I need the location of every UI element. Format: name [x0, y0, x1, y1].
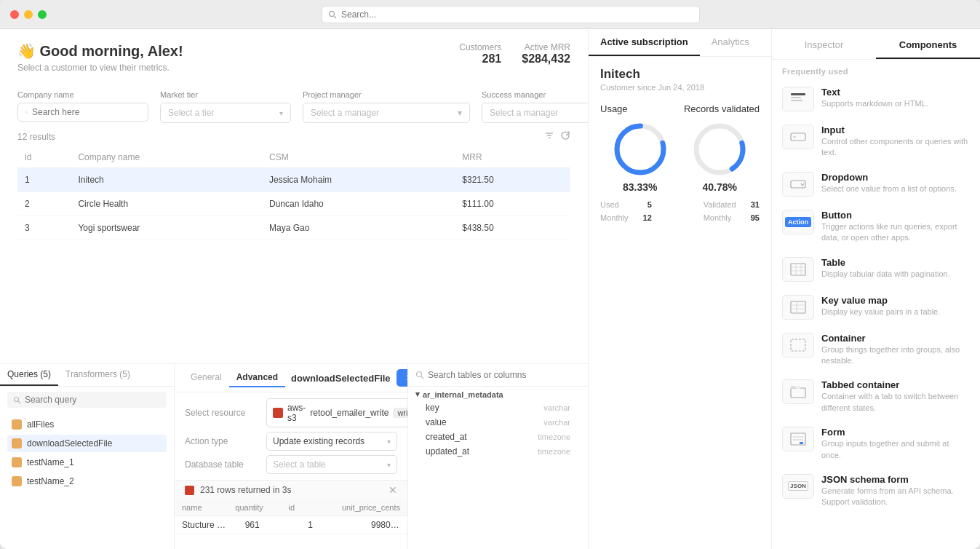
active-subscription-tab[interactable]: Active subscription: [589, 29, 700, 56]
component-desc: Control other components or queries with…: [821, 136, 970, 159]
results-meta: 12 results: [17, 130, 570, 143]
records-header: Records validated: [684, 103, 760, 114]
query-list-item[interactable]: downloadSelectedFile: [7, 435, 167, 452]
success-manager-dropdown[interactable]: Select a manager ▾: [482, 103, 588, 123]
resource-db: retool_emailer_write: [310, 408, 389, 418]
component-item[interactable]: Tabbed container Container with a tab to…: [772, 373, 980, 420]
success-manager-filter: Success manager Select a manager ▾: [482, 90, 588, 123]
component-item[interactable]: Action Button Trigger actions like run q…: [772, 203, 980, 250]
intech-charts: 83.33% 40.78%: [600, 120, 760, 193]
svg-line-3: [27, 113, 28, 114]
results-table-section: 12 results id Company name: [0, 130, 588, 363]
component-item[interactable]: Text Supports markdown or HTML.: [772, 80, 980, 118]
project-manager-chevron: ▾: [458, 108, 462, 118]
component-item[interactable]: Form Group inputs together and submit at…: [772, 420, 980, 467]
component-icon-button: Action: [782, 210, 814, 234]
cell-company: Circle Health: [71, 192, 262, 216]
action-type-select[interactable]: Update existing records ▾: [266, 432, 397, 451]
company-name-label: Company name: [17, 90, 148, 99]
project-manager-dropdown[interactable]: Select a manager ▾: [303, 103, 470, 123]
records-stats: Validated 31 Monthly 95: [704, 200, 760, 222]
component-item[interactable]: JSON JSON schema form Generate forms fro…: [772, 467, 980, 515]
db-col-type: timezone: [538, 433, 570, 441]
col-id: id: [17, 147, 71, 168]
analytics-tab[interactable]: Analytics: [700, 29, 761, 56]
results-bar: 231 rows returned in 3s ✕: [175, 480, 407, 499]
component-item[interactable]: Input Control other components or querie…: [772, 118, 980, 165]
save-button[interactable]: Save: [397, 369, 407, 387]
cell-mrr: $321.50: [455, 168, 570, 192]
action-type-chevron: ▾: [387, 438, 391, 446]
maximize-dot[interactable]: [38, 10, 47, 19]
records-pct: 40.78%: [703, 181, 737, 193]
component-item[interactable]: Key value map Display key value pairs in…: [772, 288, 980, 326]
resource-name: aws-s3: [287, 403, 306, 423]
refresh-button[interactable]: [560, 130, 570, 143]
customers-label: Customers: [459, 42, 501, 52]
editor-action-btns: Save Preview ···: [397, 368, 407, 387]
table-row[interactable]: 3Yogi sportswearMaya Gao$438.50: [17, 216, 570, 240]
query-search-wrap[interactable]: [7, 392, 167, 408]
svg-rect-21: [791, 264, 805, 275]
db-column-row: valuevarchar: [415, 415, 581, 430]
component-item[interactable]: Dropdown Select one value from a list of…: [772, 165, 980, 203]
component-desc: Group inputs together and submit at once…: [821, 438, 970, 461]
usage-header: Usage: [600, 103, 628, 114]
usage-chart: 83.33%: [611, 120, 669, 193]
records-chart: 40.78%: [690, 120, 749, 193]
svg-line-8: [18, 401, 20, 403]
monthly-usage-row: Monthly 12: [600, 213, 652, 222]
intech-stat-headers: Usage Records validated: [600, 103, 760, 114]
market-tier-dropdown[interactable]: Select a tier ▾: [160, 103, 291, 123]
minimize-dot[interactable]: [24, 10, 33, 19]
table-row[interactable]: 2Circle HealthDuncan Idaho$111.00: [17, 192, 570, 216]
general-tab[interactable]: General: [183, 368, 229, 387]
svg-rect-16: [791, 97, 801, 98]
db-col-name: created_at: [426, 432, 467, 442]
query-search-section: [0, 387, 174, 413]
db-col-name: updated_at: [426, 446, 469, 457]
close-dot[interactable]: [10, 10, 19, 19]
component-icon-form: [782, 427, 814, 451]
rg-name: Stucture and Interpretation of Computer …: [175, 516, 238, 534]
resource-select[interactable]: aws-s3 retool_emailer_write write ▾: [266, 398, 407, 427]
svg-rect-32: [791, 386, 795, 389]
intech-body: Initech Customer since Jun 24, 2018 Usag…: [589, 57, 771, 232]
cell-id: 1: [17, 168, 71, 192]
filter-button[interactable]: [544, 130, 554, 143]
cell-company: Initech: [71, 168, 262, 192]
company-name-input[interactable]: [32, 107, 141, 117]
db-search-input[interactable]: [428, 370, 581, 380]
titlebar-search-input[interactable]: [341, 9, 693, 20]
titlebar-search-bar[interactable]: [322, 6, 700, 23]
query-search-icon: [13, 396, 21, 404]
db-table-select[interactable]: Select a table ▾: [266, 455, 397, 474]
market-tier-chevron: ▾: [279, 109, 283, 117]
component-item[interactable]: Container Group things together into gro…: [772, 326, 980, 374]
rg-col-id: id: [282, 499, 335, 516]
company-name-search[interactable]: [17, 103, 148, 122]
component-icon-container: [782, 333, 814, 358]
inspector-tab[interactable]: Inspector: [772, 29, 876, 59]
query-list-item[interactable]: testName_1: [7, 454, 167, 471]
table-row[interactable]: 1InitechJessica Mohaim$321.50: [17, 168, 570, 192]
queries-tab[interactable]: Queries (5): [0, 364, 58, 386]
right-sidebar: Inspector Components Frequently used Tex…: [771, 29, 980, 549]
db-col-name: value: [426, 417, 447, 427]
query-search-input[interactable]: [25, 395, 161, 405]
search-icon: [328, 10, 337, 19]
component-item[interactable]: Table Display tabular data with paginati…: [772, 250, 980, 288]
svg-rect-37: [800, 442, 803, 444]
advanced-tab[interactable]: Advanced: [229, 368, 285, 387]
action-type-label: Action type: [185, 436, 258, 446]
titlebar: [0, 0, 980, 29]
greeting-text: Good morning, Alex!: [40, 43, 183, 59]
resource-label: Select resource: [185, 408, 258, 418]
db-search-bar[interactable]: [408, 364, 588, 387]
results-grid: name quantity id unit_price_cents Stuctu…: [175, 499, 407, 549]
query-list-item[interactable]: testName_2: [7, 473, 167, 490]
close-results-button[interactable]: ✕: [389, 484, 397, 496]
components-tab[interactable]: Components: [876, 29, 980, 59]
transformers-tab[interactable]: Transformers (5): [58, 364, 138, 386]
query-list-item[interactable]: allFiles: [7, 416, 167, 433]
